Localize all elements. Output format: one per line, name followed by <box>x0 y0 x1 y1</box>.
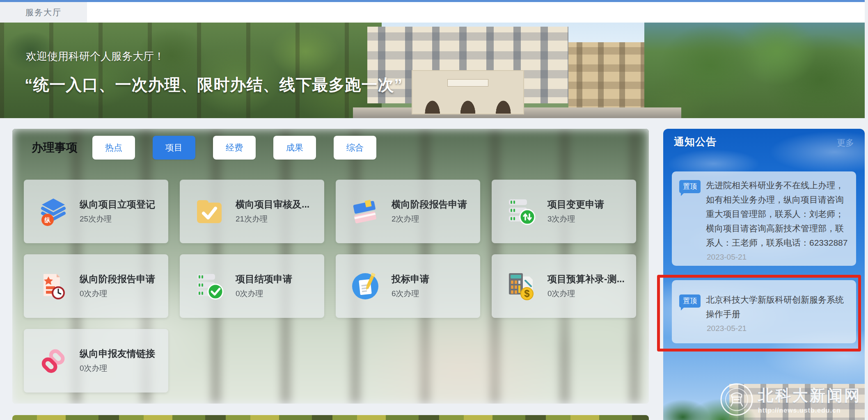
card-title: 投标申请 <box>392 273 429 285</box>
tab-bar: 服务大厅 <box>0 2 865 23</box>
card-count: 3次办理 <box>547 214 604 224</box>
notice-item-2[interactable]: 置顶 北京科技大学新版科研创新服务系统操作手册 2023-05-21 <box>672 280 856 343</box>
report-clock-icon <box>38 271 69 302</box>
card-count: 21次办理 <box>236 214 309 224</box>
card-vertical-project-registration[interactable]: 纵 纵向项目立项登记 25次办理 <box>24 180 168 243</box>
tab-funding[interactable]: 经费 <box>213 136 256 160</box>
card-horizontal-project-review[interactable]: 横向项目审核及... 21次办理 <box>180 180 324 243</box>
card-project-budget-supplement[interactable]: $ 项目预算补录-测... 0次办理 <box>492 254 636 318</box>
section-title: 办理事项 <box>32 140 78 155</box>
card-title: 横向项目审核及... <box>236 199 309 210</box>
card-title: 横向阶段报告申请 <box>392 199 467 210</box>
card-title: 纵向阶段报告申请 <box>80 273 155 285</box>
bid-pen-icon <box>350 271 381 302</box>
card-vertical-application-links[interactable]: 纵向申报友情链接 0次办理 <box>24 329 168 393</box>
card-count: 0次办理 <box>547 288 625 299</box>
notices-sidebar: 通知公告 更多 置顶 先进院相关科研业务不在线上办理，如有相关业务办理，纵向项目… <box>663 129 865 420</box>
calculator-coin-icon: $ <box>506 271 537 302</box>
card-count: 25次办理 <box>80 214 155 224</box>
card-project-change-request[interactable]: 项目变更申请 3次办理 <box>492 180 636 243</box>
service-card-grid: 纵 纵向项目立项登记 25次办理 横向项目审核及... 21次办理 <box>24 180 636 393</box>
card-title: 纵向项目立项登记 <box>80 199 155 210</box>
notice-date: 2023-05-21 <box>707 253 849 262</box>
tab-service-hall[interactable]: 服务大厅 <box>0 2 87 23</box>
card-title: 项目变更申请 <box>547 199 604 210</box>
news-site-watermark: 北科大新闻网 http://news.ustb.edu.cn <box>719 382 859 417</box>
hero-welcome-text: 欢迎使用科研个人服务大厅！ <box>26 49 165 64</box>
notice-item-1[interactable]: 置顶 先进院相关科研业务不在线上办理，如有相关业务办理，纵向项目请咨询重大项目管… <box>672 171 856 266</box>
news-site-name: 北科大新闻网 <box>758 385 861 406</box>
card-count: 0次办理 <box>80 363 155 374</box>
tab-hotspot[interactable]: 热点 <box>92 136 135 160</box>
tab-comprehensive[interactable]: 综合 <box>334 136 376 160</box>
hero-slogan-text: “统一入口、一次办理、限时办结、线下最多跑一次” <box>25 74 403 96</box>
card-bid-application[interactable]: 投标申请 6次办理 <box>336 254 480 318</box>
pinned-badge: 置顶 <box>679 294 701 308</box>
folder-check-icon <box>194 196 225 227</box>
banner-entrance-sign <box>447 79 488 87</box>
svg-text:$: $ <box>524 288 530 299</box>
news-site-url: http://news.ustb.edu.cn <box>758 407 861 414</box>
card-title: 项目结项申请 <box>236 273 292 285</box>
chain-link-icon <box>38 345 69 377</box>
banner-trees-left <box>0 23 382 118</box>
tab-project[interactable]: 项目 <box>153 136 195 160</box>
tab-achievements[interactable]: 成果 <box>273 136 316 160</box>
notices-more-link[interactable]: 更多 <box>837 137 854 148</box>
banner-entrance <box>412 71 523 114</box>
notice-text: 北京科技大学新版科研创新服务系统操作手册 <box>706 292 849 321</box>
card-count: 0次办理 <box>236 288 292 299</box>
university-seal-icon <box>719 382 754 417</box>
card-count: 0次办理 <box>80 288 155 299</box>
notices-title: 通知公告 <box>674 135 717 148</box>
books-icon <box>350 196 381 227</box>
notice-date: 2023-05-21 <box>707 324 849 333</box>
card-title: 纵向申报友情链接 <box>80 348 155 360</box>
card-vertical-stage-report[interactable]: 纵向阶段报告申请 0次办理 <box>24 254 168 318</box>
notice-text: 先进院相关科研业务不在线上办理，如有相关业务办理，纵向项目请咨询重大项目管理部，… <box>706 178 849 250</box>
card-horizontal-stage-report[interactable]: 横向阶段报告申请 2次办理 <box>336 180 480 243</box>
svg-text:纵: 纵 <box>44 217 51 224</box>
pinned-badge: 置顶 <box>679 180 701 193</box>
window-accent-line <box>0 0 865 2</box>
layers-zong-icon: 纵 <box>38 196 69 227</box>
card-title: 项目预算补录-测... <box>547 273 625 285</box>
hero-banner: 欢迎使用科研个人服务大厅！ “统一入口、一次办理、限时办结、线下最多跑一次” <box>0 23 865 118</box>
server-check-icon <box>194 271 225 302</box>
banner-trees-right <box>644 23 865 118</box>
next-section-photo-strip <box>12 415 649 420</box>
card-count: 2次办理 <box>392 214 467 224</box>
services-panel: 办理事项 热点 项目 经费 成果 综合 纵 纵向项目立项登记 25次办理 <box>12 129 649 404</box>
server-sync-icon <box>506 196 537 227</box>
card-project-closure-request[interactable]: 项目结项申请 0次办理 <box>180 254 324 318</box>
tab-service-hall-label: 服务大厅 <box>25 7 62 18</box>
card-count: 6次办理 <box>392 288 429 299</box>
